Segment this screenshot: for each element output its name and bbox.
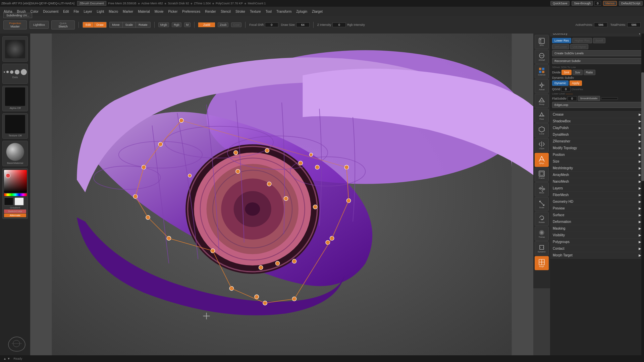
coat-btn[interactable]: Coat [231,22,241,27]
quick-save-btn[interactable]: QuickSave [550,1,570,6]
zadd-input[interactable]: Zadd [198,22,215,27]
menu-preferences[interactable]: Preferences [180,9,202,14]
arraymesh-header[interactable]: ArrayMesh ▶ [550,172,644,178]
right-sidebar-scrollbar[interactable] [641,0,644,362]
default-zscript-btn[interactable]: DefaultZScript [619,1,643,6]
brush-dots-panel[interactable]: Dots [2,64,28,84]
scroll-btn[interactable]: Scroll [593,38,605,43]
see-through-btn[interactable]: See-through [572,1,593,6]
qgrid-value[interactable]: 0 [561,87,571,92]
menu-transform[interactable]: Transform [275,9,293,14]
unit-higher-btn[interactable]: Unit Higher [570,44,588,49]
quick-sketch-btn[interactable]: Quick Sketch [51,20,75,29]
flatsubdiv-value[interactable]: 0 [568,96,577,101]
menu-stencil[interactable]: Stencil [219,9,232,14]
frame-btn[interactable]: Frame [535,168,549,182]
floor-btn[interactable]: Floor [535,109,549,123]
menu-material[interactable]: Material [136,9,152,14]
menu-tool[interactable]: Tool [264,9,273,14]
canvas-area[interactable] [30,34,533,355]
zsub-btn[interactable]: Zsub [218,22,228,27]
smt-btn[interactable]: Smt [561,70,572,75]
smt-lower-btn[interactable]: SHf Lower [552,44,569,49]
nanomesh-header[interactable]: NanoMesh ▶ [550,178,644,185]
menu-layer[interactable]: Layer [82,9,94,14]
lower-res-btn[interactable]: Lower Res [552,38,571,43]
ratio-btn[interactable]: Ratio [584,70,595,75]
color-hue-bar[interactable] [4,193,27,196]
visibility-header[interactable]: Visibility ▶ [550,232,644,238]
masking-header[interactable]: Masking ▶ [550,225,644,232]
material-sphere-panel[interactable]: BasicMaterial [2,141,28,166]
crease-section-header[interactable]: Crease ▶ [550,111,644,118]
focal-shift-value[interactable]: 0 [265,22,278,27]
swatch-white[interactable] [14,197,24,205]
spix-btn[interactable]: SPix [535,35,549,49]
suv-btn[interactable]: Suv [573,70,583,75]
dynamesh-header[interactable]: DynaMesh ▶ [550,131,644,138]
color-gradient[interactable] [4,170,27,193]
menu-document[interactable]: Document [42,9,60,14]
alpha-panel[interactable]: Alpha Off [2,86,28,111]
material-preview[interactable] [2,36,28,62]
rotate-mode-btn[interactable]: Rotate [136,22,150,27]
mesh-integrity-header[interactable]: MeshIntegrity ▶ [550,165,644,171]
menu-movie[interactable]: Movie [153,9,165,14]
qxyz-btn[interactable]: QXyz [535,153,549,167]
mrgb-btn[interactable]: Mrgb [158,22,169,27]
scale-mode-btn[interactable]: Scale [123,22,136,27]
apply-btn[interactable]: Apply [570,80,582,86]
move-icon-btn[interactable]: Move [535,182,549,196]
m-btn[interactable]: M [184,22,191,27]
modify-topology-header[interactable]: Modify Topology ▶ [550,145,644,151]
reconstruct-subdiv-btn[interactable]: Reconstruct Subdiv [552,58,642,64]
menu-picker[interactable]: Picker [166,9,179,14]
size-header[interactable]: Size ▶ [550,158,644,165]
create-subdiv-btn[interactable]: Create SubDiv Levels [552,50,642,56]
edit-mode-btn[interactable]: Edit [83,22,94,27]
color-picker[interactable]: Gradient SwitchColor Alternate [2,168,28,219]
scroll-thumb[interactable] [641,72,644,181]
deformation-header[interactable]: Deformation ▶ [550,219,644,225]
geometry-hd-header[interactable]: Geometry HD ▶ [550,198,644,205]
layers-header[interactable]: Layers ▶ [550,185,644,191]
projection-master-btn[interactable]: Projection Master [3,20,27,29]
menu-stroke[interactable]: Stroke [234,9,247,14]
alternate-btn[interactable]: Alternate [4,214,26,217]
lsym-btn[interactable]: LSym [535,138,549,152]
menus-btn[interactable]: Menus [603,1,617,6]
dynamic-subdiv-btn[interactable]: Dynamic [552,80,569,86]
draw-mode-btn[interactable]: Draw [94,22,106,27]
menu-texture[interactable]: Texture [248,9,263,14]
morph-target-header[interactable]: Morph Target ▶ [550,252,644,258]
menu-file[interactable]: File [72,9,80,14]
polygroups-header[interactable]: Polygroups ▶ [550,239,644,245]
menu-marker[interactable]: Marker [121,9,135,14]
claypolish-header[interactable]: ClayPolish ▶ [550,125,644,131]
smooth-subdiv-btn[interactable]: SmoothSubdiv [578,96,600,101]
menu-macro[interactable]: Macro [107,9,120,14]
scale-icon-btn[interactable]: Scale [535,197,549,211]
move-mode-btn[interactable]: Move [110,22,123,27]
menu-zplugin[interactable]: Zplugin [294,9,309,14]
persp-btn[interactable]: Persp [535,94,549,108]
menu-render[interactable]: Render [203,9,218,14]
zremesher-header[interactable]: ZRemesher ▶ [550,138,644,144]
swatch-black[interactable] [4,197,13,205]
position-header[interactable]: Position ▶ [550,152,644,158]
colorize-btn[interactable]: Colorize [535,64,549,78]
menu-light[interactable]: Light [95,9,106,14]
local-btn[interactable]: Local [535,123,549,137]
contact-header[interactable]: Contact ▶ [550,245,644,252]
document-title[interactable]: ZBrush Document [77,1,106,6]
aahalf-btn[interactable]: AAHalf [535,50,549,64]
draw-size-value[interactable]: 64 [296,22,310,27]
preview-header[interactable]: Preview ▶ [550,205,644,212]
dynamic-icon-btn[interactable]: Dynamic [535,241,549,255]
rgb-btn[interactable]: Rgb [172,22,181,27]
texture-panel[interactable]: Texture Off [2,113,28,139]
transp-btn[interactable]: Transp [535,227,549,241]
z-intensity-value[interactable]: 0 [332,22,346,27]
menu-ztarget[interactable]: Ztarget [310,9,324,14]
polyf-btn[interactable]: PolyF [535,256,549,270]
